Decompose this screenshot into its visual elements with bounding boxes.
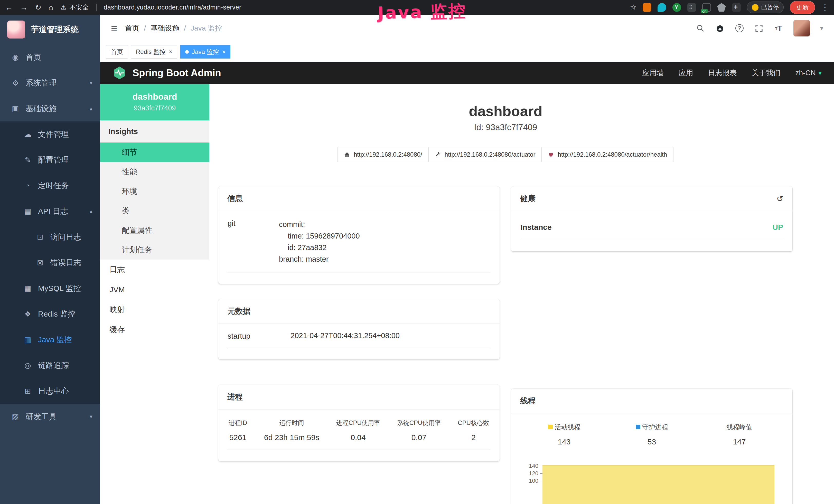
divider bbox=[96, 4, 96, 11]
document-icon: ▤ bbox=[23, 207, 32, 216]
sba-nav-wall[interactable]: 应用墙 bbox=[642, 68, 664, 78]
sidebar-item-tracing[interactable]: ◎ 链路追踪 bbox=[0, 352, 100, 378]
breadcrumb-home[interactable]: 首页 bbox=[125, 23, 139, 33]
home-icon[interactable] bbox=[48, 4, 53, 11]
sidebar-item-home[interactable]: ◉ 首页 bbox=[0, 44, 100, 70]
sidebar-item-label: MySQL 监控 bbox=[38, 283, 81, 294]
y-tick: 140 bbox=[529, 463, 539, 469]
sba-menu-details[interactable]: 细节 bbox=[100, 142, 209, 162]
instance-health-link[interactable]: http://192.168.0.2:48080/actuator/health bbox=[542, 147, 674, 162]
sba-instance-header[interactable]: dashboard 93a3fc7f7409 bbox=[100, 84, 209, 120]
extension-icon[interactable] bbox=[673, 3, 681, 12]
chevron-down-icon[interactable] bbox=[820, 25, 823, 32]
instance-actuator-link[interactable]: http://192.168.0.2:48080/actuator bbox=[429, 147, 542, 162]
sidebar-item-error-logs[interactable]: ⊠ 错误日志 bbox=[0, 250, 100, 275]
extension-icon[interactable] bbox=[732, 3, 741, 12]
process-col-label: CPU核心数 bbox=[458, 419, 489, 427]
health-instance-row[interactable]: Instance UP bbox=[520, 219, 783, 240]
link-url: http://192.168.0.2:48080/actuator bbox=[445, 151, 535, 158]
threads-col-label: 守护进程 bbox=[642, 423, 668, 431]
back-icon[interactable] bbox=[5, 4, 13, 11]
threads-card-title: 线程 bbox=[511, 389, 792, 413]
clock-icon: ◔ bbox=[23, 182, 32, 190]
sba-nav-about[interactable]: 关于我们 bbox=[752, 68, 781, 78]
process-col: 运行时间 6d 23h 15m 59s bbox=[264, 419, 319, 442]
sidebar-item-log-center[interactable]: ⊞ 日志中心 bbox=[0, 378, 100, 404]
sba-locale-select[interactable]: zh-CN bbox=[795, 69, 822, 77]
sidebar-item-redis-monitor[interactable]: ❖ Redis 监控 bbox=[0, 301, 100, 327]
breadcrumb-current: Java 监控 bbox=[191, 23, 222, 33]
reload-icon[interactable] bbox=[35, 4, 41, 11]
tab-redis-monitor[interactable]: Redis 监控 bbox=[131, 45, 177, 59]
sba-menu-logs[interactable]: 日志 bbox=[100, 259, 209, 280]
sba-sidebar: dashboard 93a3fc7f7409 Insights 细节 性能 环境… bbox=[100, 84, 209, 504]
app-logo[interactable]: 芋道管理系统 bbox=[0, 15, 100, 44]
chevron-down-icon bbox=[90, 413, 92, 420]
process-col: 系统CPU使用率 0.07 bbox=[397, 419, 441, 442]
sba-nav-applications[interactable]: 应用 bbox=[679, 68, 693, 78]
browser-update-button[interactable]: 更新 bbox=[790, 1, 815, 14]
sba-menu-cache[interactable]: 缓存 bbox=[100, 320, 209, 340]
sba-header: Spring Boot Admin 应用墙 应用 日志报表 关于我们 zh-CN bbox=[100, 62, 834, 84]
instance-base-url-link[interactable]: http://192.168.0.2:48080/ bbox=[337, 147, 429, 162]
info-git-row: git commit: time: 1596289704000 id: 27aa… bbox=[227, 219, 490, 272]
sidebar-item-access-logs[interactable]: ⊡ 访问日志 bbox=[0, 224, 100, 250]
tab-home[interactable]: 首页 bbox=[106, 45, 128, 59]
extension-icon[interactable] bbox=[717, 3, 726, 12]
extension-icon[interactable] bbox=[643, 3, 651, 12]
info-value: commit: time: 1596289704000 id: 27aa832 … bbox=[279, 219, 360, 265]
tab-label: 首页 bbox=[111, 48, 123, 56]
process-col-value: 6d 23h 15m 59s bbox=[264, 433, 319, 442]
browser-menu-icon[interactable] bbox=[821, 3, 829, 12]
sba-nav-journal[interactable]: 日志报表 bbox=[708, 68, 737, 78]
admin-sidebar: 芋道管理系统 ◉ 首页 ⚙ 系统管理 ▣ 基础设施 ☁ 文件管理 ✎ 配置管理 bbox=[0, 15, 100, 504]
user-avatar[interactable] bbox=[793, 20, 810, 37]
sba-menu-config-props[interactable]: 配置属性 bbox=[100, 221, 209, 240]
sidebar-item-system-management[interactable]: ⚙ 系统管理 bbox=[0, 70, 100, 96]
fullscreen-icon[interactable] bbox=[754, 24, 764, 33]
sidebar-item-scheduled-tasks[interactable]: ◔ 定时任务 bbox=[0, 173, 100, 199]
sidebar-item-java-monitor[interactable]: ▥ Java 监控 bbox=[0, 327, 100, 352]
close-icon[interactable] bbox=[222, 49, 225, 55]
sba-menu-scheduled[interactable]: 计划任务 bbox=[100, 240, 209, 259]
bookmark-star-icon[interactable] bbox=[630, 3, 636, 12]
breadcrumb: 首页 基础设施 Java 监控 bbox=[125, 23, 222, 33]
sba-menu-classes[interactable]: 类 bbox=[100, 201, 209, 221]
forward-icon[interactable] bbox=[20, 4, 28, 11]
history-icon[interactable] bbox=[776, 194, 784, 204]
extension-icon[interactable] bbox=[658, 3, 666, 12]
process-col-label: 系统CPU使用率 bbox=[397, 419, 441, 427]
site-security-chip[interactable]: 不安全 bbox=[60, 3, 89, 12]
breadcrumb-section[interactable]: 基础设施 bbox=[151, 23, 179, 33]
sidebar-item-dev-tools[interactable]: ▨ 研发工具 bbox=[0, 404, 100, 430]
search-icon[interactable] bbox=[696, 24, 705, 33]
sidebar-item-file-management[interactable]: ☁ 文件管理 bbox=[0, 121, 100, 147]
github-icon[interactable] bbox=[715, 24, 725, 33]
extension-icon[interactable]: on bbox=[702, 3, 711, 12]
link-url: http://192.168.0.2:48080/ bbox=[354, 151, 422, 158]
header-icons bbox=[696, 20, 823, 37]
process-col-value: 2 bbox=[458, 433, 489, 442]
error-log-icon: ⊠ bbox=[36, 258, 45, 267]
hamburger-icon[interactable] bbox=[111, 23, 117, 33]
address-bar-url[interactable]: dashboard.yudao.iocoder.cn/infra/admin-s… bbox=[104, 4, 241, 11]
process-table: 进程ID 5261 运行时间 6d 23h 15m 59s 进程CPU使用率 bbox=[227, 417, 490, 450]
sba-menu-performance[interactable]: 性能 bbox=[100, 162, 209, 182]
sba-menu-mappings[interactable]: 映射 bbox=[100, 300, 209, 320]
tab-label: Java 监控 bbox=[192, 48, 219, 56]
sidebar-item-api-logs[interactable]: ▤ API 日志 bbox=[0, 199, 100, 224]
sidebar-item-mysql-monitor[interactable]: ▦ MySQL 监控 bbox=[0, 275, 100, 301]
sba-brand[interactable]: Spring Boot Admin bbox=[112, 66, 221, 80]
sidebar-item-config-management[interactable]: ✎ 配置管理 bbox=[0, 147, 100, 173]
log-center-icon: ⊞ bbox=[23, 387, 32, 395]
sba-menu-environment[interactable]: 环境 bbox=[100, 182, 209, 201]
sba-menu-jvm[interactable]: JVM bbox=[100, 280, 209, 300]
close-icon[interactable] bbox=[169, 49, 172, 55]
extension-icon[interactable] bbox=[687, 3, 696, 12]
sidebar-item-infrastructure[interactable]: ▣ 基础设施 bbox=[0, 96, 100, 121]
help-icon[interactable] bbox=[735, 24, 744, 33]
profile-paused-pill[interactable]: 已暂停 bbox=[747, 2, 784, 13]
font-size-icon[interactable] bbox=[774, 24, 783, 33]
tab-java-monitor[interactable]: Java 监控 bbox=[180, 45, 231, 59]
chevron-down-icon bbox=[90, 79, 92, 86]
